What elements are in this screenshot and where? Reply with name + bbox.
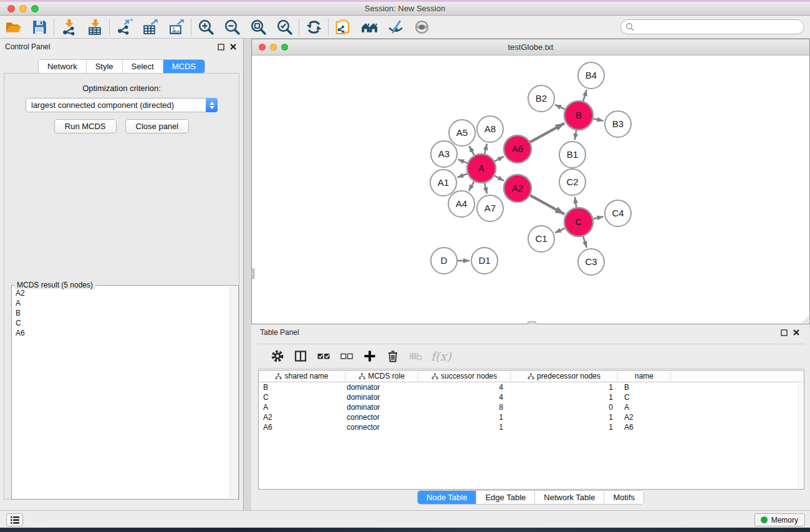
graph-node-A1[interactable]: A1 xyxy=(430,170,456,196)
table-cell[interactable]: connector xyxy=(345,412,418,422)
graph-node-C4[interactable]: C4 xyxy=(605,200,631,226)
splitter-handle-left[interactable] xyxy=(251,269,254,279)
tab-style[interactable]: Style xyxy=(86,60,122,73)
home-pair-button[interactable] xyxy=(356,17,382,37)
table-cell[interactable]: 1 xyxy=(418,412,511,422)
table-cell[interactable]: A xyxy=(618,402,671,412)
task-history-button[interactable] xyxy=(6,513,23,526)
tab-select[interactable]: Select xyxy=(122,60,163,73)
graph-node-A6[interactable]: A6 xyxy=(504,135,531,163)
deselect-all-rows-button[interactable] xyxy=(335,347,358,365)
edge-B-B1[interactable] xyxy=(575,130,576,140)
table-cell[interactable]: C xyxy=(259,392,345,402)
edge-B-B2[interactable] xyxy=(555,105,565,109)
table-cell[interactable]: dominator xyxy=(345,392,418,402)
run-mcds-button[interactable]: Run MCDS xyxy=(54,119,117,133)
table-cell[interactable]: A2 xyxy=(259,412,345,422)
table-cell[interactable]: 1 xyxy=(418,422,511,432)
graph-node-B2[interactable]: B2 xyxy=(528,85,554,112)
graph-node-C3[interactable]: C3 xyxy=(578,249,604,275)
mcds-result-item[interactable]: A xyxy=(12,298,229,308)
table-cell[interactable]: connector xyxy=(345,422,418,432)
table-cell[interactable]: 4 xyxy=(418,382,511,392)
show-column-button[interactable] xyxy=(289,347,312,365)
delete-column-button[interactable] xyxy=(381,347,404,365)
mcds-result-item[interactable]: A6 xyxy=(12,328,229,338)
close-panel-button[interactable]: Close panel xyxy=(125,119,190,133)
network-canvas[interactable]: B4B2BB3A5A8A6A3B1AA1C2A2A4A7C4CC1C3DD1 xyxy=(252,56,809,324)
graph-node-B1[interactable]: B1 xyxy=(559,142,586,168)
mcds-result-item[interactable]: A2 xyxy=(12,288,229,298)
table-cell[interactable]: 1 xyxy=(511,412,618,422)
graph-node-C2[interactable]: C2 xyxy=(559,169,586,195)
table-cell[interactable]: 1 xyxy=(511,392,618,402)
search-box[interactable] xyxy=(620,19,804,34)
table-cell[interactable]: B xyxy=(259,382,345,392)
export-image-button[interactable] xyxy=(163,17,190,37)
edge-A6-B[interactable] xyxy=(530,123,564,142)
table-cell[interactable]: A2 xyxy=(618,412,671,422)
import-table-button[interactable] xyxy=(82,17,108,37)
search-input[interactable] xyxy=(634,22,804,32)
table-settings-button[interactable] xyxy=(266,347,289,365)
graph-node-B[interactable]: B xyxy=(564,101,593,130)
float-panel-icon[interactable] xyxy=(216,42,226,51)
zoom-fit-button[interactable] xyxy=(245,17,271,37)
column-header-successor-nodes[interactable]: successor nodes xyxy=(418,370,511,382)
column-header-mcds-role[interactable]: MCDS role xyxy=(345,370,418,382)
edge-A-A2[interactable] xyxy=(494,176,504,181)
graph-node-C1[interactable]: C1 xyxy=(528,226,554,252)
export-table-button[interactable] xyxy=(137,17,163,37)
float-panel-icon[interactable] xyxy=(779,328,789,337)
graph-node-A[interactable]: A xyxy=(467,154,496,183)
edge-A-A6[interactable] xyxy=(494,157,504,162)
table-cell[interactable]: B xyxy=(618,382,671,392)
table-cell[interactable]: C xyxy=(618,392,671,402)
result-scrollbar[interactable] xyxy=(229,286,238,498)
zoom-out-button[interactable] xyxy=(219,17,245,37)
edge-A-A7[interactable] xyxy=(485,183,487,193)
tab-motifs[interactable]: Motifs xyxy=(604,491,644,504)
mcds-result-item[interactable]: C xyxy=(12,318,229,328)
new-session-from-network-button[interactable] xyxy=(330,17,356,37)
delete-table-button[interactable] xyxy=(404,347,427,365)
refresh-layout-button[interactable] xyxy=(301,17,327,37)
table-cell[interactable]: 1 xyxy=(511,422,618,432)
edge-A-A8[interactable] xyxy=(485,143,487,153)
close-panel-icon[interactable] xyxy=(228,42,238,51)
save-session-button[interactable] xyxy=(26,17,52,37)
graph-node-B3[interactable]: B3 xyxy=(605,111,631,137)
table-cell[interactable]: A6 xyxy=(618,422,671,432)
tab-network[interactable]: Network xyxy=(39,60,86,73)
open-session-button[interactable] xyxy=(0,17,26,37)
edge-C-C4[interactable] xyxy=(593,216,603,219)
tab-node-table[interactable]: Node Table xyxy=(418,491,476,504)
graph-node-A2[interactable]: A2 xyxy=(504,175,531,202)
edge-A-A5[interactable] xyxy=(469,146,474,155)
criterion-dropdown[interactable]: largest connected component (directed) xyxy=(26,98,218,112)
export-network-button[interactable] xyxy=(111,17,137,37)
graph-node-A4[interactable]: A4 xyxy=(448,191,475,217)
edge-A2-C[interactable] xyxy=(530,195,564,214)
network-graph[interactable]: B4B2BB3A5A8A6A3B1AA1C2A2A4A7C4CC1C3DD1 xyxy=(252,56,809,324)
add-column-button[interactable] xyxy=(358,347,381,365)
apply-function-button[interactable]: f(x) xyxy=(431,349,451,363)
import-network-button[interactable] xyxy=(55,17,82,37)
edge-B-B3[interactable] xyxy=(593,118,603,121)
close-panel-icon[interactable] xyxy=(791,328,801,337)
graph-node-A5[interactable]: A5 xyxy=(449,120,475,146)
graph-node-C[interactable]: C xyxy=(564,208,593,236)
edge-C-C3[interactable] xyxy=(583,236,587,248)
table-cell[interactable]: 8 xyxy=(418,402,511,412)
table-cell[interactable]: 1 xyxy=(511,382,618,392)
zoom-in-button[interactable] xyxy=(193,17,219,37)
graph-node-D1[interactable]: D1 xyxy=(471,248,498,274)
table-cell[interactable]: A xyxy=(259,402,345,412)
toggle-bird-eye-view-button[interactable] xyxy=(408,17,435,37)
graph-node-A8[interactable]: A8 xyxy=(477,116,503,142)
column-header-name[interactable]: name xyxy=(618,370,671,382)
edge-B-B4[interactable] xyxy=(583,90,587,101)
edge-A-A1[interactable] xyxy=(457,173,467,177)
select-all-rows-button[interactable] xyxy=(312,347,335,365)
edge-A-A3[interactable] xyxy=(458,160,467,163)
